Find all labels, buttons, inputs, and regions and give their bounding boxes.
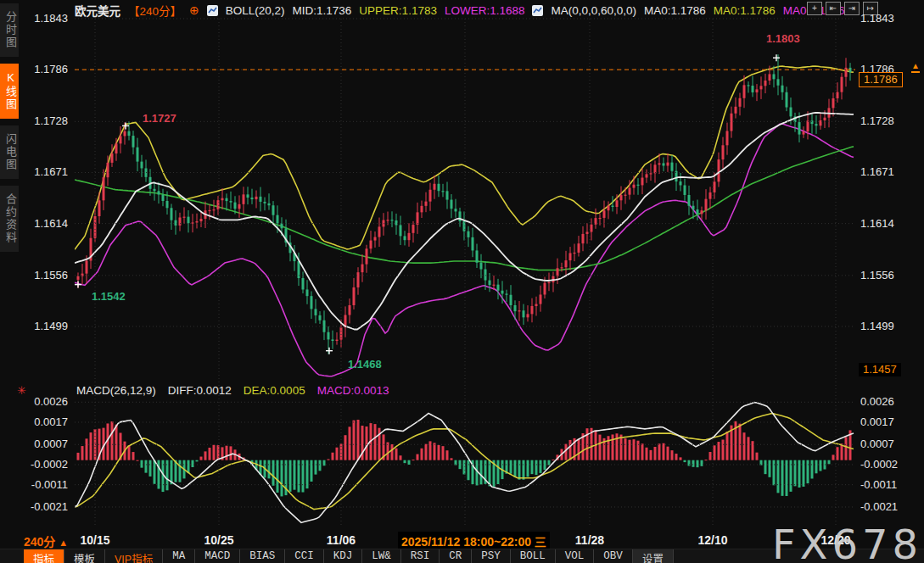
sidebar-item-2[interactable]: 闪电图	[0, 125, 19, 179]
add-indicator-icon[interactable]: ⊕	[189, 3, 199, 17]
tab-RSI[interactable]: RSI	[401, 549, 440, 563]
tab-BIAS[interactable]: BIAS	[240, 549, 285, 563]
tab-CCI[interactable]: CCI	[285, 549, 324, 563]
tab-OBV[interactable]: OBV	[594, 549, 633, 563]
scale-expand-icon[interactable]: ⇥	[844, 2, 860, 15]
tab-BOLL[interactable]: BOLL	[511, 549, 556, 563]
tab-KDJ[interactable]: KDJ	[324, 549, 363, 563]
tab-模板[interactable]: 模板	[64, 549, 105, 563]
pan-right-icon[interactable]: ↦	[863, 2, 878, 15]
chart-canvas[interactable]	[0, 0, 924, 563]
timeframe-selector-label: 240分	[24, 535, 55, 549]
tab-VIP指标[interactable]: VIP指标	[105, 549, 163, 563]
tab-CR[interactable]: CR	[440, 549, 472, 563]
sidebar-item-3[interactable]: 合约资料	[0, 186, 19, 252]
tab-设置[interactable]: 设置	[633, 549, 674, 563]
app-window: 分时图K线图闪电图合约资料 欧元美元 【240分】 ⊕ BOLL(20,2) M…	[0, 0, 924, 563]
timeframe-dropdown-arrow-icon: ▲	[59, 538, 68, 548]
tab-VOL[interactable]: VOL	[556, 549, 595, 563]
tab-LW&[interactable]: LW&	[362, 549, 401, 563]
tab-MA[interactable]: MA	[163, 549, 195, 563]
scale-compress-icon[interactable]: ⇤	[826, 2, 841, 15]
tab-MACD[interactable]: MACD	[195, 549, 240, 563]
macd-settings-icon[interactable]: ✳	[17, 384, 26, 397]
sidebar-item-0[interactable]: 分时图	[0, 3, 19, 57]
tab-指标[interactable]: 指标	[24, 549, 64, 563]
indicator-tabbar: 指标模板VIP指标MAMACDBIASCCIKDJLW&RSICRPSYBOLL…	[0, 549, 924, 563]
chart-type-sidebar: 分时图K线图闪电图合约资料	[0, 0, 20, 252]
crosshair-icon[interactable]: +	[807, 2, 822, 15]
chart-toolbar: +⇤⇥↦	[807, 2, 878, 15]
sidebar-item-1[interactable]: K线图	[0, 64, 19, 119]
tab-PSY[interactable]: PSY	[472, 549, 511, 563]
